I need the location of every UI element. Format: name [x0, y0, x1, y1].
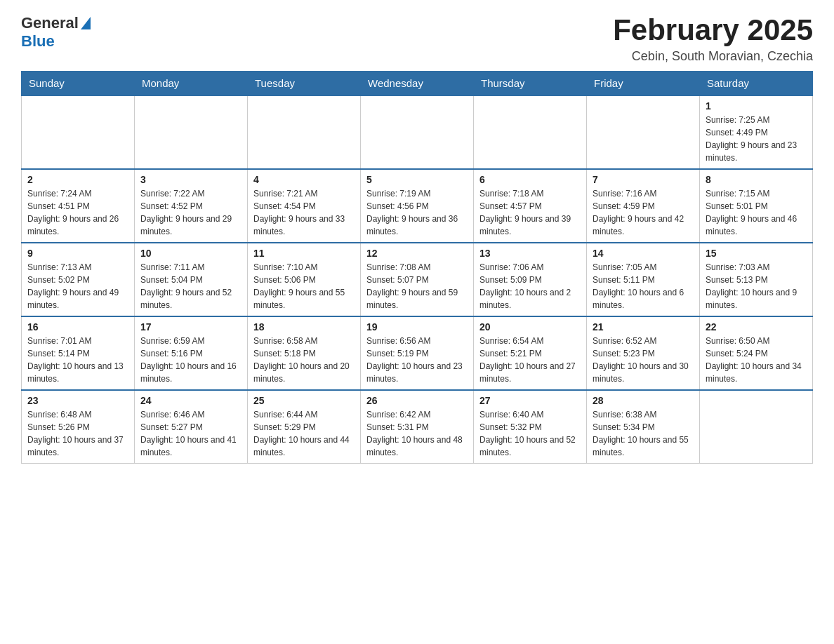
day-number: 6	[479, 174, 581, 185]
calendar-day-cell: 14Sunrise: 7:05 AMSunset: 5:11 PMDayligh…	[587, 243, 700, 316]
calendar-week-row: 9Sunrise: 7:13 AMSunset: 5:02 PMDaylight…	[22, 243, 813, 316]
day-info: Sunrise: 6:48 AMSunset: 5:26 PMDaylight:…	[27, 408, 128, 459]
calendar-table: SundayMondayTuesdayWednesdayThursdayFrid…	[21, 71, 813, 464]
title-block: February 2025 Cebin, South Moravian, Cze…	[613, 14, 813, 64]
calendar-day-cell: 2Sunrise: 7:24 AMSunset: 4:51 PMDaylight…	[22, 169, 135, 243]
day-info: Sunrise: 6:54 AMSunset: 5:21 PMDaylight:…	[479, 335, 581, 385]
day-info: Sunrise: 7:16 AMSunset: 4:59 PMDaylight:…	[593, 187, 694, 238]
day-of-week-header: Wednesday	[361, 72, 474, 96]
calendar-day-cell: 27Sunrise: 6:40 AMSunset: 5:32 PMDayligh…	[474, 390, 587, 464]
calendar-day-cell: 21Sunrise: 6:52 AMSunset: 5:23 PMDayligh…	[587, 316, 700, 390]
calendar-day-cell: 16Sunrise: 7:01 AMSunset: 5:14 PMDayligh…	[22, 316, 135, 390]
day-info: Sunrise: 7:08 AMSunset: 5:07 PMDaylight:…	[366, 261, 468, 311]
calendar-day-cell: 4Sunrise: 7:21 AMSunset: 4:54 PMDaylight…	[248, 169, 361, 243]
day-info: Sunrise: 6:50 AMSunset: 5:24 PMDaylight:…	[706, 335, 807, 385]
logo-text-general: General	[21, 14, 79, 32]
day-number: 27	[479, 395, 581, 406]
calendar-week-row: 16Sunrise: 7:01 AMSunset: 5:14 PMDayligh…	[22, 316, 813, 390]
day-number: 28	[593, 395, 694, 406]
calendar-day-cell	[587, 95, 700, 169]
calendar-day-cell: 12Sunrise: 7:08 AMSunset: 5:07 PMDayligh…	[361, 243, 474, 316]
day-number: 2	[27, 174, 128, 185]
day-number: 21	[593, 321, 694, 333]
day-number: 18	[253, 321, 355, 333]
day-number: 5	[366, 174, 468, 185]
day-info: Sunrise: 6:58 AMSunset: 5:18 PMDaylight:…	[253, 335, 355, 385]
day-info: Sunrise: 7:03 AMSunset: 5:13 PMDaylight:…	[706, 261, 807, 311]
day-info: Sunrise: 6:38 AMSunset: 5:34 PMDaylight:…	[593, 408, 694, 459]
day-of-week-header: Monday	[135, 72, 248, 96]
day-number: 25	[253, 395, 355, 406]
calendar-day-cell	[248, 95, 361, 169]
day-info: Sunrise: 6:56 AMSunset: 5:19 PMDaylight:…	[366, 335, 468, 385]
logo: General Blue	[21, 14, 91, 51]
calendar-day-cell: 10Sunrise: 7:11 AMSunset: 5:04 PMDayligh…	[135, 243, 248, 316]
calendar-day-cell: 24Sunrise: 6:46 AMSunset: 5:27 PMDayligh…	[135, 390, 248, 464]
day-number: 1	[706, 100, 807, 112]
calendar-day-cell: 5Sunrise: 7:19 AMSunset: 4:56 PMDaylight…	[361, 169, 474, 243]
day-info: Sunrise: 7:24 AMSunset: 4:51 PMDaylight:…	[27, 187, 128, 238]
day-info: Sunrise: 7:18 AMSunset: 4:57 PMDaylight:…	[479, 187, 581, 238]
day-info: Sunrise: 7:05 AMSunset: 5:11 PMDaylight:…	[593, 261, 694, 311]
day-info: Sunrise: 7:15 AMSunset: 5:01 PMDaylight:…	[706, 187, 807, 238]
day-number: 24	[140, 395, 241, 406]
day-info: Sunrise: 6:40 AMSunset: 5:32 PMDaylight:…	[479, 408, 581, 459]
day-number: 13	[479, 248, 581, 259]
calendar-day-cell: 3Sunrise: 7:22 AMSunset: 4:52 PMDaylight…	[135, 169, 248, 243]
day-number: 3	[140, 174, 241, 185]
day-info: Sunrise: 6:46 AMSunset: 5:27 PMDaylight:…	[140, 408, 241, 459]
subtitle: Cebin, South Moravian, Czechia	[613, 49, 813, 64]
calendar-day-cell	[135, 95, 248, 169]
calendar-day-cell: 13Sunrise: 7:06 AMSunset: 5:09 PMDayligh…	[474, 243, 587, 316]
day-of-week-header: Tuesday	[248, 72, 361, 96]
calendar-day-cell: 8Sunrise: 7:15 AMSunset: 5:01 PMDaylight…	[700, 169, 813, 243]
day-number: 9	[27, 248, 128, 259]
calendar-day-cell: 1Sunrise: 7:25 AMSunset: 4:49 PMDaylight…	[700, 95, 813, 169]
day-number: 7	[593, 174, 694, 185]
calendar-day-cell: 19Sunrise: 6:56 AMSunset: 5:19 PMDayligh…	[361, 316, 474, 390]
day-number: 15	[706, 248, 807, 259]
day-info: Sunrise: 7:22 AMSunset: 4:52 PMDaylight:…	[140, 187, 241, 238]
calendar-day-cell: 20Sunrise: 6:54 AMSunset: 5:21 PMDayligh…	[474, 316, 587, 390]
day-number: 22	[706, 321, 807, 333]
calendar-week-row: 1Sunrise: 7:25 AMSunset: 4:49 PMDaylight…	[22, 95, 813, 169]
calendar-day-cell: 23Sunrise: 6:48 AMSunset: 5:26 PMDayligh…	[22, 390, 135, 464]
day-number: 17	[140, 321, 241, 333]
day-number: 8	[706, 174, 807, 185]
day-of-week-header: Saturday	[700, 72, 813, 96]
day-number: 19	[366, 321, 468, 333]
day-info: Sunrise: 7:25 AMSunset: 4:49 PMDaylight:…	[706, 114, 807, 164]
day-info: Sunrise: 7:13 AMSunset: 5:02 PMDaylight:…	[27, 261, 128, 311]
calendar-day-cell: 22Sunrise: 6:50 AMSunset: 5:24 PMDayligh…	[700, 316, 813, 390]
day-number: 20	[479, 321, 581, 333]
day-header-row: SundayMondayTuesdayWednesdayThursdayFrid…	[22, 72, 813, 96]
calendar-day-cell	[22, 95, 135, 169]
day-number: 26	[366, 395, 468, 406]
calendar-week-row: 2Sunrise: 7:24 AMSunset: 4:51 PMDaylight…	[22, 169, 813, 243]
day-number: 4	[253, 174, 355, 185]
day-info: Sunrise: 7:01 AMSunset: 5:14 PMDaylight:…	[27, 335, 128, 385]
calendar-day-cell	[700, 390, 813, 464]
calendar-week-row: 23Sunrise: 6:48 AMSunset: 5:26 PMDayligh…	[22, 390, 813, 464]
day-info: Sunrise: 7:11 AMSunset: 5:04 PMDaylight:…	[140, 261, 241, 311]
calendar-day-cell	[474, 95, 587, 169]
day-info: Sunrise: 6:44 AMSunset: 5:29 PMDaylight:…	[253, 408, 355, 459]
calendar-day-cell: 18Sunrise: 6:58 AMSunset: 5:18 PMDayligh…	[248, 316, 361, 390]
day-info: Sunrise: 7:21 AMSunset: 4:54 PMDaylight:…	[253, 187, 355, 238]
calendar-day-cell: 9Sunrise: 7:13 AMSunset: 5:02 PMDaylight…	[22, 243, 135, 316]
calendar-day-cell: 17Sunrise: 6:59 AMSunset: 5:16 PMDayligh…	[135, 316, 248, 390]
day-number: 11	[253, 248, 355, 259]
day-number: 16	[27, 321, 128, 333]
day-of-week-header: Friday	[587, 72, 700, 96]
day-number: 12	[366, 248, 468, 259]
day-number: 10	[140, 248, 241, 259]
day-info: Sunrise: 7:06 AMSunset: 5:09 PMDaylight:…	[479, 261, 581, 311]
day-info: Sunrise: 6:42 AMSunset: 5:31 PMDaylight:…	[366, 408, 468, 459]
day-of-week-header: Thursday	[474, 72, 587, 96]
calendar-day-cell: 25Sunrise: 6:44 AMSunset: 5:29 PMDayligh…	[248, 390, 361, 464]
day-info: Sunrise: 6:52 AMSunset: 5:23 PMDaylight:…	[593, 335, 694, 385]
calendar-day-cell: 7Sunrise: 7:16 AMSunset: 4:59 PMDaylight…	[587, 169, 700, 243]
day-of-week-header: Sunday	[22, 72, 135, 96]
day-info: Sunrise: 7:19 AMSunset: 4:56 PMDaylight:…	[366, 187, 468, 238]
page-header: General Blue February 2025 Cebin, South …	[21, 14, 813, 64]
